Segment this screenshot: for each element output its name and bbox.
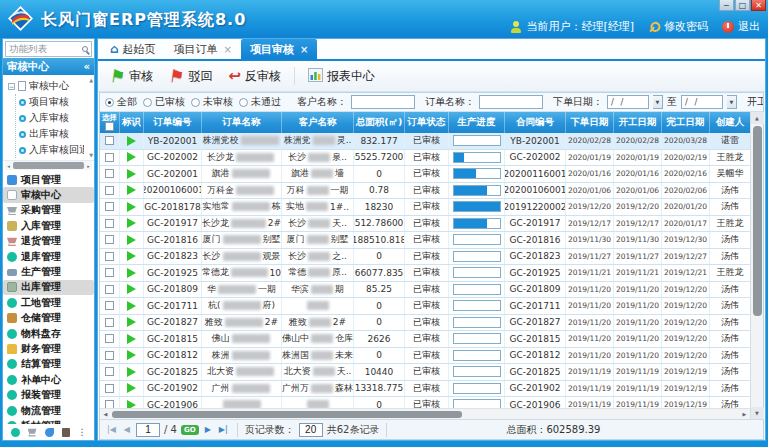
sidebar-search-input[interactable]: 功能列表 bbox=[5, 41, 92, 57]
go-button[interactable]: GO bbox=[181, 425, 199, 435]
unapprove-button[interactable]: ↩反审核 bbox=[224, 66, 287, 87]
table-row[interactable]: GC-2018178实地常栋实地1#..18230已审核201912200022… bbox=[100, 199, 750, 216]
close-button[interactable]: ✕ bbox=[751, 0, 766, 11]
table-row[interactable]: GC-201902广州广州万森林13318.775已审核GC-201902201… bbox=[100, 381, 750, 398]
sidebar-item-purchase[interactable]: 采购管理 bbox=[3, 203, 94, 218]
table-row[interactable]: GC-201827雅致2#雅致2#0已审核GC-2018272019/11/20… bbox=[100, 315, 750, 332]
sidebar-item-audit-center[interactable]: 审核中心 bbox=[3, 187, 94, 202]
table-row[interactable]: GC-201823长沙观景长沙之..0已审核GC-2018232019/11/2… bbox=[100, 249, 750, 266]
order-name-input[interactable] bbox=[479, 95, 543, 109]
sidebar-item-worksite[interactable]: 工地管理 bbox=[3, 295, 94, 310]
sidebar-item-project[interactable]: 项目管理 bbox=[3, 172, 94, 187]
table-row[interactable]: GC-201711杭(府)0已审核GC-2017112019/11/202019… bbox=[100, 298, 750, 315]
book-icon[interactable] bbox=[62, 428, 70, 437]
row-checkbox[interactable] bbox=[105, 136, 114, 145]
table-row[interactable]: GC-201812株洲株洲国未来0已审核GC-2018122019/11/202… bbox=[100, 348, 750, 365]
vertical-scrollbar[interactable]: ▲ ▼ bbox=[750, 112, 763, 419]
tab-close-icon[interactable]: × bbox=[300, 44, 308, 55]
row-checkbox[interactable] bbox=[105, 235, 114, 244]
row-checkbox[interactable] bbox=[105, 285, 114, 294]
sidebar-item-reorder[interactable]: 补单中心 bbox=[3, 372, 94, 387]
tab-close-icon[interactable]: × bbox=[224, 44, 232, 55]
collapse-icon[interactable]: « bbox=[84, 61, 90, 72]
approve-button[interactable]: ⚑审核 bbox=[105, 66, 158, 87]
chevron-down-icon[interactable]: ▼ bbox=[727, 95, 737, 109]
next-page-button[interactable]: ▶ bbox=[203, 425, 213, 434]
scroll-left-icon[interactable]: ◂ bbox=[5, 163, 12, 169]
row-checkbox[interactable] bbox=[105, 252, 114, 261]
logout-button[interactable]: 退出 bbox=[722, 19, 760, 34]
sidebar-item-warehouse[interactable]: 仓储管理 bbox=[3, 311, 94, 326]
last-page-button[interactable]: ▶| bbox=[217, 425, 230, 434]
tree-node[interactable]: 入库审核 bbox=[19, 110, 84, 126]
row-checkbox[interactable] bbox=[105, 384, 114, 393]
change-password-button[interactable]: 修改密码 bbox=[648, 19, 708, 34]
first-page-button[interactable]: |◀ bbox=[105, 425, 118, 434]
sidebar-item-logistics[interactable]: 物流管理 bbox=[3, 403, 94, 418]
row-checkbox[interactable] bbox=[105, 367, 114, 376]
scroll-right-icon[interactable]: ▸ bbox=[85, 163, 92, 169]
scroll-down-icon[interactable]: ▼ bbox=[751, 407, 764, 419]
teal-dot-icon[interactable] bbox=[11, 428, 20, 437]
table-row[interactable]: YB-202001株洲党校株洲党灵..832.177已审核YB-20200120… bbox=[100, 133, 750, 150]
swoosh-icon[interactable] bbox=[45, 428, 54, 437]
table-row[interactable]: GC-2019060已审核GC-2019062019/11/192019/11/… bbox=[100, 397, 750, 408]
more-icon[interactable]: ⋮ bbox=[78, 428, 87, 437]
sidebar-item-production[interactable]: 生产管理 bbox=[3, 264, 94, 279]
tree-horizontal-scrollbar[interactable]: ◂ ▸ bbox=[5, 161, 92, 170]
filter-radio[interactable]: 已审核 bbox=[143, 95, 185, 109]
tab-orders[interactable]: 项目订单× bbox=[165, 39, 241, 59]
scroll-left-icon[interactable]: ◀ bbox=[101, 411, 110, 417]
row-checkbox[interactable] bbox=[105, 301, 114, 310]
table-row[interactable]: GC-201815佛山佛山中仓库2626已审核GC-2018152019/11/… bbox=[100, 331, 750, 348]
tree-vertical-scroll[interactable]: ▲ ▼ bbox=[89, 77, 93, 158]
filter-radio[interactable]: 未审核 bbox=[191, 95, 233, 109]
tab-audit[interactable]: 项目审核× bbox=[241, 39, 317, 59]
order-date-from-input[interactable]: / / bbox=[607, 95, 649, 109]
scrollbar-thumb[interactable] bbox=[112, 411, 462, 418]
prev-page-button[interactable]: ◀ bbox=[122, 425, 132, 434]
row-checkbox[interactable] bbox=[105, 400, 114, 408]
row-checkbox[interactable] bbox=[105, 334, 114, 343]
row-checkbox[interactable] bbox=[105, 169, 114, 178]
tree-node[interactable]: 入库审核回退 bbox=[19, 142, 84, 158]
table-row[interactable]: GC-201917长沙龙2#长沙天..8512.78600..已审核GC-201… bbox=[100, 216, 750, 233]
filter-radio[interactable]: 全部 bbox=[105, 95, 137, 109]
scroll-down-icon[interactable]: ▼ bbox=[89, 152, 93, 158]
page-size-input[interactable] bbox=[299, 423, 323, 437]
scroll-right-icon[interactable]: ▶ bbox=[740, 411, 749, 417]
sidebar-item-settlement[interactable]: 结算管理 bbox=[3, 357, 94, 372]
table-row[interactable]: GC-201925常德龙10常德原..266077.835..已审核GC-201… bbox=[100, 265, 750, 282]
scroll-up-icon[interactable]: ▲ bbox=[89, 77, 93, 83]
row-checkbox[interactable] bbox=[105, 351, 114, 360]
chevron-down-icon[interactable]: ▼ bbox=[653, 95, 663, 109]
table-row[interactable]: GC-201825北大资北大资天..10440已审核GC-2018252019/… bbox=[100, 364, 750, 381]
table-row[interactable]: GC-202001旗港旗港墙0已审核202001160012020/01/162… bbox=[100, 166, 750, 183]
table-row[interactable]: GC-201816厦门别墅厦门别墅188510.818已审核GC-2018162… bbox=[100, 232, 750, 249]
table-row[interactable]: 20200106001万科金万科一期0.78已审核202001060012020… bbox=[100, 183, 750, 200]
cart-icon[interactable] bbox=[28, 428, 37, 437]
tree-node[interactable]: 出库审核 bbox=[19, 126, 84, 142]
row-checkbox[interactable] bbox=[105, 318, 114, 327]
tab-home[interactable]: ⌂起始页 bbox=[101, 39, 165, 59]
sidebar-item-outbound[interactable]: 出库管理 bbox=[3, 280, 94, 295]
customer-name-input[interactable] bbox=[351, 95, 415, 109]
reject-button[interactable]: ⚑驳回 bbox=[164, 66, 217, 87]
row-checkbox[interactable] bbox=[105, 153, 114, 162]
minimize-button[interactable]: ─ bbox=[719, 0, 734, 11]
tree-collapse-icon[interactable]: − bbox=[8, 83, 15, 90]
sidebar-item-return-goods[interactable]: 退货管理 bbox=[3, 234, 94, 249]
tree-node[interactable]: 项目审核 bbox=[19, 94, 84, 110]
scroll-up-icon[interactable]: ▲ bbox=[751, 112, 764, 124]
select-all-checkbox[interactable] bbox=[105, 122, 114, 131]
sidebar-item-return-stock[interactable]: 退库管理 bbox=[3, 249, 94, 264]
scrollbar-thumb[interactable] bbox=[13, 162, 84, 169]
page-number-input[interactable] bbox=[136, 423, 160, 437]
sidebar-item-inventory[interactable]: 物料盘存 bbox=[3, 326, 94, 341]
tree-root[interactable]: − 审核中心 bbox=[8, 78, 84, 94]
sidebar-item-inbound[interactable]: 入库管理 bbox=[3, 218, 94, 233]
table-row[interactable]: GC-202002长沙龙长沙泉..65525.7200..已审核GC-20200… bbox=[100, 150, 750, 167]
row-checkbox[interactable] bbox=[105, 202, 114, 211]
order-date-to-input[interactable]: / / bbox=[681, 95, 723, 109]
scrollbar-thumb[interactable] bbox=[753, 126, 762, 316]
